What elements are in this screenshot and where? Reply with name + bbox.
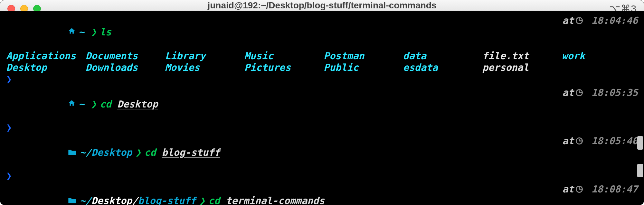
clock-icon — [576, 137, 583, 144]
prompt-line: ~/ Desktop ❯ cd blog-stuff at 18:05:40 — [6, 135, 638, 170]
continuation-icon: ❯ — [6, 122, 12, 133]
folder-icon — [9, 135, 77, 170]
prompt-line: ~/ Desktop / blog-stuff ❯ cd terminal-co… — [6, 183, 638, 205]
timestamp-at: at — [562, 183, 574, 195]
list-item — [562, 62, 638, 73]
list-item: Downloads — [86, 62, 162, 73]
prompt-chevron-icon: ❯ — [91, 26, 97, 38]
prompt-line: ~ ❯ ls at 18:04:46 — [6, 15, 638, 50]
ls-output: Applications Documents Library Music Pos… — [6, 50, 638, 73]
continuation-icon: ❯ — [6, 73, 12, 85]
command-text: ls — [100, 26, 111, 38]
path-tilde: ~ — [79, 26, 84, 38]
list-item: Pictures — [244, 62, 321, 73]
path-segment: blog-stuff — [138, 195, 196, 205]
list-item: Applications — [6, 50, 82, 62]
list-item: Documents — [86, 50, 162, 62]
timestamp: at 18:04:46 — [562, 15, 638, 26]
list-item: Movies — [165, 62, 241, 73]
timestamp-value: 18:05:35 — [585, 87, 638, 98]
scrollbar[interactable] — [637, 17, 644, 205]
path-tilde: ~ — [79, 98, 84, 110]
command-arg: terminal-commands — [226, 195, 325, 205]
command-arg: blog-stuff — [162, 147, 220, 158]
timestamp-at: at — [562, 135, 574, 147]
timestamp-at: at — [562, 87, 574, 98]
home-icon — [9, 15, 76, 50]
clock-icon — [576, 17, 583, 24]
list-item: Desktop — [6, 62, 82, 73]
list-item: personal — [482, 62, 559, 73]
timestamp-value: 18:08:47 — [585, 183, 638, 195]
prompt-chevron-icon: ❯ — [91, 98, 97, 110]
titlebar[interactable]: junaid@192:~/Desktop/blog-stuff/terminal… — [0, 0, 644, 11]
prompt-chevron-icon: ❯ — [199, 195, 205, 205]
command-arg: Desktop — [117, 98, 158, 110]
command-text: cd — [144, 147, 162, 158]
list-item: esdata — [403, 62, 479, 73]
timestamp-value: 18:05:40 — [585, 135, 638, 147]
prompt-chevron-icon: ❯ — [135, 147, 141, 158]
list-item: Postman — [324, 50, 400, 62]
command-text: cd — [208, 195, 226, 205]
path-tilde: ~/ — [80, 147, 91, 158]
path-segment: Desktop — [91, 195, 132, 205]
scrollbar-thumb[interactable] — [637, 136, 643, 150]
scrollbar-thumb[interactable] — [637, 164, 643, 177]
prompt-line: ~ ❯ cd Desktop at 18:05:35 — [6, 87, 638, 122]
list-item: Public — [324, 62, 400, 73]
list-item: Library — [165, 50, 241, 62]
timestamp: at 18:08:47 — [562, 183, 638, 195]
home-icon — [9, 87, 76, 122]
command-text: cd — [100, 98, 117, 110]
timestamp: at 18:05:40 — [562, 135, 638, 147]
continuation-icon: ❯ — [6, 170, 12, 181]
path-tilde: ~/ — [80, 195, 91, 205]
terminal-window: junaid@192:~/Desktop/blog-stuff/terminal… — [0, 0, 644, 205]
list-item: data — [403, 50, 479, 62]
list-item: Music — [244, 50, 321, 62]
list-item: file.txt — [482, 50, 559, 62]
clock-icon — [576, 89, 583, 96]
list-item: work — [562, 50, 638, 62]
path-separator: / — [132, 195, 138, 205]
clock-icon — [576, 186, 583, 193]
timestamp-at: at — [562, 15, 574, 26]
path-segment: Desktop — [91, 147, 132, 158]
terminal-body[interactable]: ~ ❯ ls at 18:04:46 Applications Document… — [0, 11, 644, 205]
timestamp: at 18:05:35 — [562, 87, 638, 98]
window-title: junaid@192:~/Desktop/blog-stuff/terminal… — [0, 0, 644, 11]
timestamp-value: 18:04:46 — [585, 15, 638, 26]
folder-icon — [9, 183, 77, 205]
